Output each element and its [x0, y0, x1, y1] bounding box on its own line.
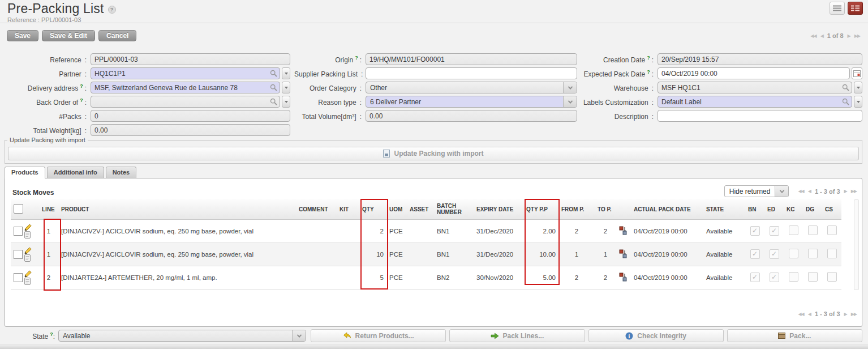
import-file-icon — [383, 150, 390, 158]
search-icon[interactable] — [270, 84, 277, 91]
search-icon[interactable] — [842, 98, 849, 105]
back-order-input[interactable] — [91, 98, 270, 106]
col-batch-number[interactable]: BATCH NUMBER — [434, 199, 474, 219]
form-view-button[interactable] — [848, 2, 863, 15]
hide-returned-select[interactable]: Hide returned — [724, 185, 789, 197]
col-to-p[interactable]: TO P. — [595, 199, 616, 219]
tab-notes[interactable]: Notes — [106, 167, 137, 178]
search-icon[interactable] — [270, 70, 277, 77]
list-view-button[interactable] — [830, 2, 845, 15]
warehouse-dropdown-button[interactable] — [854, 82, 862, 93]
cell-pack-date: 04/Oct/2019 00:00 — [631, 219, 703, 242]
reason-type-select[interactable]: 6 Deliver Partner — [366, 96, 577, 108]
col-kit[interactable]: KIT — [337, 199, 359, 219]
total-weight-input[interactable] — [91, 124, 290, 136]
last-page-icon[interactable]: ▶▶ — [851, 189, 857, 194]
col-ed[interactable]: ED — [764, 199, 784, 219]
first-record-icon[interactable]: ◀◀ — [810, 33, 816, 39]
search-icon[interactable] — [270, 98, 277, 105]
bn-checkbox: ✓ — [750, 249, 760, 259]
select-all-checkbox[interactable] — [14, 204, 23, 214]
col-state[interactable]: STATE — [703, 199, 745, 219]
pack-button[interactable]: Pack... — [727, 329, 862, 342]
last-record-icon[interactable]: ▶▶ — [854, 33, 860, 39]
save-button[interactable]: Save — [7, 30, 38, 41]
warehouse-input[interactable] — [658, 84, 842, 92]
col-dg[interactable]: DG — [803, 199, 822, 219]
delivery-address-input[interactable] — [91, 84, 270, 92]
partner-dropdown-button[interactable] — [282, 67, 290, 79]
partner-input[interactable] — [91, 70, 270, 78]
open-row-icon[interactable] — [24, 278, 32, 285]
supplier-packing-list-input[interactable] — [366, 67, 577, 79]
origin-input[interactable] — [366, 53, 577, 65]
edit-row-icon[interactable] — [24, 247, 32, 254]
col-qty-pp[interactable]: QTY P.P — [523, 199, 558, 219]
split-line-icon[interactable] — [619, 249, 627, 259]
split-line-icon[interactable] — [619, 226, 627, 236]
col-product[interactable]: PRODUCT — [58, 199, 296, 219]
chevron-down-icon — [292, 330, 306, 341]
previous-page-icon[interactable]: ◀ — [808, 312, 811, 317]
col-kc[interactable]: KC — [784, 199, 803, 219]
total-volume-input[interactable] — [366, 110, 577, 122]
previous-page-icon[interactable]: ◀ — [808, 189, 811, 194]
labels-customization-dropdown-button[interactable] — [854, 96, 862, 108]
col-bn[interactable]: BN — [745, 199, 764, 219]
search-icon[interactable] — [842, 84, 849, 91]
tab-additional-info[interactable]: Additional info — [47, 167, 104, 178]
next-record-icon[interactable]: ▶ — [848, 33, 850, 39]
col-comment[interactable]: COMMENT — [296, 199, 337, 219]
expected-pack-date-input[interactable] — [658, 70, 849, 78]
calendar-button[interactable] — [852, 67, 862, 79]
reason-type-label: Reason type: — [294, 97, 366, 107]
table-scrollbar[interactable] — [854, 199, 859, 290]
cell-qty-pp: 2.00 — [523, 219, 558, 242]
first-page-icon[interactable]: ◀◀ — [798, 312, 803, 317]
last-page-icon[interactable]: ▶▶ — [851, 312, 857, 317]
row-checkbox[interactable] — [14, 250, 23, 259]
back-order-dropdown-button[interactable] — [282, 96, 290, 108]
first-page-icon[interactable]: ◀◀ — [798, 189, 803, 194]
labels-customization-input[interactable] — [658, 98, 842, 106]
info-icon: i — [625, 332, 633, 340]
next-page-icon[interactable]: ▶ — [844, 189, 847, 194]
cancel-button[interactable]: Cancel — [98, 30, 136, 41]
row-checkbox[interactable] — [14, 273, 23, 282]
col-qty[interactable]: QTY — [359, 199, 386, 219]
col-actual-pack-date[interactable]: ACTUAL PACK DATE — [631, 199, 703, 219]
description-input[interactable] — [658, 110, 862, 122]
edit-row-icon[interactable] — [24, 224, 32, 231]
col-from-p[interactable]: FROM P. — [558, 199, 595, 219]
delivery-address-dropdown-button[interactable] — [282, 82, 290, 93]
col-line[interactable]: LINE — [39, 199, 58, 219]
cell-product: [DINJARTE2A-] ARTEMETHER, 20 mg/ml, 1 ml… — [58, 266, 296, 289]
col-asset[interactable]: ASSET — [407, 199, 434, 219]
update-packing-import-button[interactable]: Update Packing with import — [8, 147, 859, 160]
order-category-select[interactable]: Other — [366, 82, 577, 93]
total-weight-label: Total Weight[kg]: — [5, 126, 91, 135]
previous-record-icon[interactable]: ◀ — [820, 33, 823, 39]
order-category-label: Order Category: — [294, 83, 366, 92]
title-help-icon[interactable]: ? — [108, 6, 116, 14]
split-line-icon[interactable] — [619, 273, 627, 283]
save-and-edit-button[interactable]: Save & Edit — [42, 30, 95, 41]
bottom-strip — [0, 344, 868, 349]
check-integrity-button[interactable]: i Check Integrity — [588, 329, 724, 342]
col-cs[interactable]: CS — [822, 199, 841, 219]
tab-products[interactable]: Products — [5, 167, 45, 178]
edit-row-icon[interactable] — [24, 270, 32, 278]
col-uom[interactable]: UOM — [386, 199, 407, 219]
pack-lines-button[interactable]: Pack Lines... — [449, 329, 585, 342]
col-expiry-date[interactable]: EXPIRY DATE — [474, 199, 523, 219]
reference-input[interactable] — [91, 53, 290, 65]
packs-input[interactable] — [91, 110, 290, 122]
open-row-icon[interactable] — [24, 254, 32, 262]
return-products-button[interactable]: Return Products... — [311, 329, 446, 342]
state-select[interactable]: Available — [58, 330, 306, 342]
creation-date-input[interactable] — [658, 53, 862, 65]
next-page-icon[interactable]: ▶ — [844, 312, 847, 317]
open-row-icon[interactable] — [24, 231, 32, 239]
chevron-down-icon — [775, 186, 788, 197]
row-checkbox[interactable] — [14, 227, 23, 236]
